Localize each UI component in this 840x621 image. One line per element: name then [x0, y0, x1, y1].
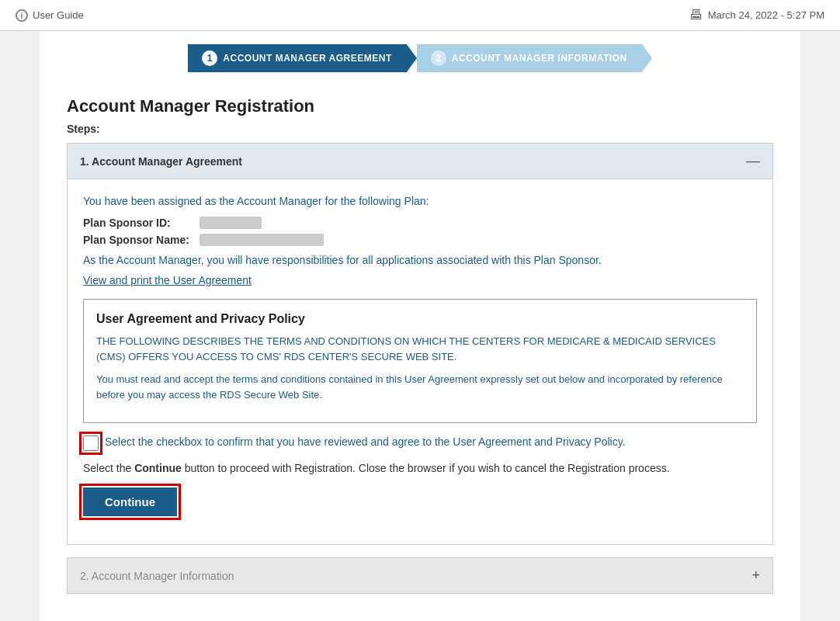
agree-checkbox[interactable]: [83, 435, 99, 451]
plan-sponsor-name-row: Plan Sponsor Name:: [83, 234, 757, 246]
step1-accordion-title: 1. Account Manager Agreement: [80, 155, 242, 168]
step1-label: ACCOUNT MANAGER AGREEMENT: [223, 53, 391, 64]
step2-expand-icon[interactable]: +: [751, 567, 760, 584]
wizard-bar: 1 ACCOUNT MANAGER AGREEMENT 2 ACCOUNT MA…: [40, 31, 800, 81]
agreement-box[interactable]: User Agreement and Privacy Policy THE FO…: [83, 299, 757, 423]
top-bar: i User Guide 🖶 March 24, 2022 - 5:27 PM: [0, 0, 840, 31]
responsibilities-text: As the Account Manager, you will have re…: [83, 254, 757, 266]
datetime-text: March 24, 2022 - 5:27 PM: [708, 9, 824, 21]
assigned-info-text: You have been assigned as the Account Ma…: [83, 195, 757, 207]
step1-accordion: 1. Account Manager Agreement — You have …: [67, 143, 773, 545]
print-icon[interactable]: 🖶: [689, 7, 703, 23]
step1-accordion-header[interactable]: 1. Account Manager Agreement —: [68, 144, 772, 179]
step2-accordion-title: 2. Account Manager Information: [80, 570, 234, 582]
plan-sponsor-id-label: Plan Sponsor ID:: [83, 217, 192, 229]
agreement-body-text: You must read and accept the terms and c…: [96, 372, 744, 402]
wizard-arrow-2: [641, 43, 652, 73]
checkbox-row: Select the checkbox to confirm that you …: [83, 435, 757, 451]
step2-accordion-header[interactable]: 2. Account Manager Information +: [68, 558, 772, 593]
plan-sponsor-id-value: [200, 217, 262, 229]
wizard-arrow-1: [406, 43, 417, 73]
step1-block[interactable]: 1 ACCOUNT MANAGER AGREEMENT: [188, 44, 405, 72]
continue-button-wrapper: Continue: [83, 487, 177, 516]
continue-instruction: Select the Continue button to proceed wi…: [83, 460, 757, 477]
wizard-step-2[interactable]: 2 ACCOUNT MANAGER INFORMATION: [417, 43, 652, 73]
agreement-terms-text: THE FOLLOWING DESCRIBES THE TERMS AND CO…: [96, 334, 744, 364]
plan-sponsor-name-label: Plan Sponsor Name:: [83, 234, 192, 246]
datetime-area: 🖶 March 24, 2022 - 5:27 PM: [689, 7, 824, 23]
step2-label: ACCOUNT MANAGER INFORMATION: [452, 53, 627, 64]
page-content: Account Manager Registration Steps: 1. A…: [40, 81, 800, 621]
info-icon: i: [16, 9, 28, 22]
step1-accordion-body: You have been assigned as the Account Ma…: [68, 179, 772, 544]
step2-block[interactable]: 2 ACCOUNT MANAGER INFORMATION: [417, 44, 641, 72]
step2-accordion: 2. Account Manager Information +: [67, 557, 773, 594]
user-guide-link[interactable]: i User Guide: [16, 9, 84, 22]
page-title: Account Manager Registration: [67, 96, 773, 116]
plan-sponsor-name-value: [200, 234, 324, 246]
checkbox-label: Select the checkbox to confirm that you …: [105, 435, 626, 448]
agreement-title: User Agreement and Privacy Policy: [96, 312, 744, 326]
step1-collapse-icon[interactable]: —: [746, 153, 760, 169]
wizard-step-1[interactable]: 1 ACCOUNT MANAGER AGREEMENT: [188, 43, 416, 73]
step2-number: 2: [431, 50, 446, 66]
main-container: 1 ACCOUNT MANAGER AGREEMENT 2 ACCOUNT MA…: [40, 31, 800, 621]
agree-checkbox-wrapper[interactable]: [83, 435, 99, 451]
steps-label: Steps:: [67, 123, 773, 135]
view-print-link[interactable]: View and print the User Agreement: [83, 274, 252, 286]
user-guide-label: User Guide: [33, 9, 84, 21]
continue-button[interactable]: Continue: [83, 487, 177, 516]
step1-number: 1: [202, 50, 217, 66]
plan-sponsor-id-row: Plan Sponsor ID:: [83, 217, 757, 229]
